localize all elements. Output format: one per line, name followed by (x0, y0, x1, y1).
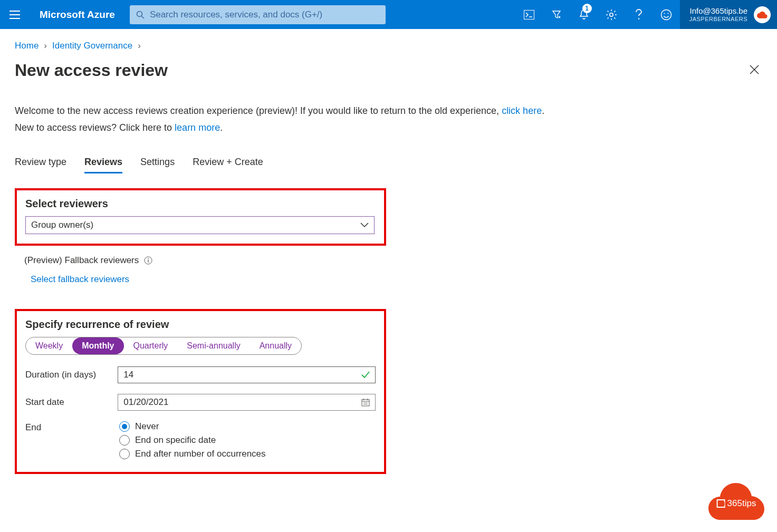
pill-annually[interactable]: Annually (250, 337, 301, 354)
svg-line-1 (141, 16, 144, 18)
start-date-label: Start date (25, 397, 118, 408)
info-icon[interactable] (144, 256, 152, 265)
notification-badge: 1 (582, 4, 592, 13)
svg-point-6 (664, 13, 665, 14)
account-email: Info@365tips.be (689, 6, 747, 16)
search-box[interactable] (130, 5, 386, 24)
select-fallback-reviewers-link[interactable]: Select fallback reviewers (31, 274, 129, 284)
tab-review-create[interactable]: Review + Create (193, 157, 263, 173)
end-label: End (25, 421, 119, 433)
checkmark-icon (361, 371, 370, 379)
svg-point-7 (667, 13, 668, 14)
svg-rect-2 (524, 10, 534, 19)
duration-input[interactable]: 14 (118, 366, 376, 383)
reviewers-selected-value: Group owner(s) (31, 220, 93, 230)
intro-text: Welcome to the new access reviews creati… (15, 102, 595, 137)
top-bar: Microsoft Azure 1 Info@365tips.be JASPER… (0, 0, 777, 29)
feedback-icon[interactable] (653, 0, 680, 29)
watermark-logo: 365tips (707, 482, 765, 486)
cloud-shell-icon[interactable] (515, 0, 543, 29)
radio-icon (119, 435, 130, 446)
account-panel[interactable]: Info@365tips.be JASPERBERNAERS (680, 0, 777, 29)
fallback-reviewers-label: (Preview) Fallback reviewers (15, 255, 762, 266)
svg-point-3 (609, 13, 612, 16)
close-button[interactable] (746, 62, 762, 79)
recurrence-heading: Specify recurrence of review (25, 318, 376, 331)
recurrence-section: Specify recurrence of review Weekly Mont… (15, 309, 386, 474)
tab-list: Review type Reviews Settings Review + Cr… (15, 157, 762, 173)
svg-point-5 (661, 9, 671, 20)
help-icon[interactable] (625, 0, 653, 29)
chevron-down-icon (360, 223, 369, 228)
pill-weekly[interactable]: Weekly (26, 337, 72, 354)
avatar (754, 6, 771, 23)
start-date-input[interactable]: 01/20/2021 (118, 394, 376, 411)
radio-icon (119, 449, 130, 459)
notifications-icon[interactable]: 1 (570, 0, 598, 29)
calendar-icon (361, 398, 370, 407)
svg-rect-10 (148, 260, 149, 263)
radio-never[interactable]: Never (119, 421, 266, 432)
reviewers-dropdown[interactable]: Group owner(s) (25, 216, 375, 234)
select-reviewers-heading: Select reviewers (25, 198, 376, 210)
breadcrumb: Home › Identity Governance › (15, 41, 762, 51)
brand-label[interactable]: Microsoft Azure (29, 9, 130, 21)
chevron-right-icon: › (138, 41, 141, 51)
radio-end-specific-date[interactable]: End on specific date (119, 435, 266, 446)
radio-icon (119, 421, 130, 432)
end-radio-group: Never End on specific date End after num… (119, 421, 266, 459)
tab-review-type[interactable]: Review type (15, 157, 66, 173)
pill-monthly[interactable]: Monthly (72, 337, 123, 354)
learn-more-link[interactable]: learn more (175, 122, 220, 133)
tab-reviews[interactable]: Reviews (84, 157, 122, 173)
account-username: JASPERBERNAERS (689, 16, 747, 23)
topbar-icons: 1 (515, 0, 680, 29)
pill-semi-annually[interactable]: Semi-annually (177, 337, 250, 354)
recurrence-frequency: Weekly Monthly Quarterly Semi-annually A… (25, 337, 302, 355)
breadcrumb-identity-governance[interactable]: Identity Governance (52, 41, 132, 51)
menu-icon[interactable] (0, 0, 29, 29)
settings-icon[interactable] (598, 0, 625, 29)
svg-point-0 (137, 11, 142, 16)
select-reviewers-section: Select reviewers Group owner(s) (15, 188, 386, 246)
svg-point-4 (638, 18, 639, 20)
svg-point-9 (148, 258, 149, 259)
breadcrumb-home[interactable]: Home (15, 41, 39, 51)
pill-quarterly[interactable]: Quarterly (124, 337, 178, 354)
page-title: New access review (15, 61, 746, 80)
search-input[interactable] (150, 9, 379, 20)
chevron-right-icon: › (44, 41, 47, 51)
duration-label: Duration (in days) (25, 370, 118, 380)
search-icon (136, 11, 145, 19)
radio-end-after-occurrences[interactable]: End after number of occurrences (119, 449, 266, 459)
old-experience-link[interactable]: click here (502, 105, 542, 116)
directory-filter-icon[interactable] (543, 0, 570, 29)
tab-settings[interactable]: Settings (140, 157, 175, 173)
